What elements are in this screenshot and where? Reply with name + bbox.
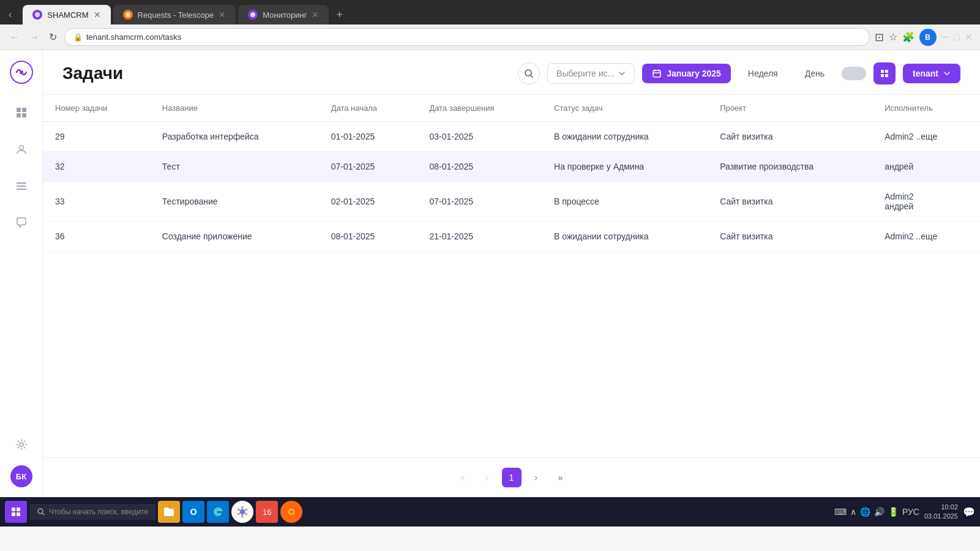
cell-assignee: Admin2андрей [872, 182, 980, 222]
taskbar-chevron-icon[interactable]: ∧ [850, 507, 856, 517]
taskbar-app-edge[interactable] [207, 501, 229, 523]
pagination-last[interactable]: » [551, 468, 570, 487]
tasks-table-container: Номер задачи Название Дата начала Дата з… [43, 95, 980, 457]
svg-rect-19 [885, 74, 888, 77]
cell-start: 07-01-2025 [319, 152, 417, 182]
tab-monitoring[interactable]: Мониторинг ✕ [238, 5, 329, 24]
shamcrm-tab-close[interactable]: ✕ [94, 10, 101, 20]
svg-point-13 [20, 443, 23, 446]
svg-point-29 [290, 510, 293, 514]
cell-num: 33 [43, 182, 150, 222]
taskbar-app-folder[interactable] [158, 501, 180, 523]
cell-name: Разработка интерфейса [150, 122, 319, 152]
taskbar-notification-icon[interactable]: 💬 [963, 506, 975, 518]
taskbar-app-outlook[interactable]: O [182, 501, 204, 523]
week-view-button[interactable]: Неделя [738, 64, 788, 83]
extensions-icon[interactable]: 🧩 [902, 31, 915, 43]
taskbar-volume-icon: 🔊 [874, 507, 885, 517]
date-button[interactable]: January 2025 [642, 64, 731, 83]
sidebar-item-menu[interactable] [10, 175, 32, 197]
filter-select[interactable]: Выберите ис... [547, 63, 635, 84]
tenant-label: tenant [913, 69, 938, 78]
toggle-switch[interactable] [842, 67, 866, 80]
table-row[interactable]: 29 Разработка интерфейса 01-01-2025 03-0… [43, 122, 980, 152]
tasks-table: Номер задачи Название Дата начала Дата з… [43, 95, 980, 252]
shamcrm-tab-icon [32, 10, 42, 20]
taskbar-date: 03.01.2025 [924, 512, 958, 521]
shamcrm-tab-label: SHAMCRM [47, 10, 88, 20]
sidebar-item-chat[interactable] [10, 212, 32, 234]
tenant-button[interactable]: tenant [903, 64, 960, 83]
svg-point-9 [19, 146, 23, 150]
telescope-tab-icon [123, 10, 133, 20]
taskbar-network-icon: 🌐 [860, 507, 870, 517]
svg-rect-22 [12, 512, 15, 516]
table-row[interactable]: 32 Тест 07-01-2025 08-01-2025 На проверк… [43, 152, 980, 182]
main-content: Задачи Выберите ис... [43, 50, 980, 497]
tab-nav-back[interactable]: ‹ [5, 7, 15, 23]
pagination-prev[interactable]: ‹ [477, 468, 497, 487]
profile-button[interactable]: B [919, 29, 937, 46]
svg-rect-23 [17, 512, 20, 516]
day-view-button[interactable]: День [795, 64, 834, 83]
cell-num: 32 [43, 152, 150, 182]
url-text: tenant.shamcrm.com/tasks [86, 32, 181, 42]
svg-rect-5 [17, 108, 21, 112]
cell-end: 21-01-2025 [417, 222, 542, 252]
sidebar-item-apps[interactable] [10, 102, 32, 124]
taskbar-clock: 10:02 03.01.2025 [924, 503, 958, 522]
svg-point-0 [35, 12, 40, 17]
table-row[interactable]: 36 Создание приложение 08-01-2025 21-01-… [43, 222, 980, 252]
cell-end: 08-01-2025 [417, 152, 542, 182]
monitoring-tab-close[interactable]: ✕ [312, 10, 319, 20]
maximize-icon[interactable]: □ [954, 32, 960, 43]
table-row[interactable]: 33 Тестирование 02-01-2025 07-01-2025 В … [43, 182, 980, 222]
cell-name: Создание приложение [150, 222, 319, 252]
translate-icon[interactable]: ⊡ [875, 31, 884, 44]
filter-label: Выберите ис... [556, 69, 615, 78]
grid-view-button[interactable] [873, 62, 896, 84]
cell-assignee: Admin2 ..еще [872, 122, 980, 152]
svg-point-1 [125, 12, 130, 17]
col-header-start: Дата начала [319, 95, 417, 122]
back-button[interactable]: ← [7, 29, 22, 45]
taskbar-right: ⌨ ∧ 🌐 🔊 🔋 РУС 10:02 03.01.2025 💬 [834, 503, 975, 522]
pagination-next[interactable]: › [526, 468, 546, 487]
taskbar: Чтобы начать поиск, введите O 16 ⌨ ∧ 🌐 🔊… [0, 497, 980, 527]
app-logo[interactable] [9, 60, 34, 87]
col-header-end: Дата завершения [417, 95, 542, 122]
taskbar-app-chrome[interactable] [231, 501, 253, 523]
forward-button[interactable]: → [27, 29, 42, 45]
new-tab-button[interactable]: + [331, 6, 348, 24]
refresh-button[interactable]: ↻ [47, 29, 59, 45]
pagination-current[interactable]: 1 [502, 468, 522, 487]
minimize-icon[interactable]: ─ [941, 31, 949, 43]
svg-rect-7 [17, 113, 21, 118]
url-bar[interactable]: 🔒 tenant.shamcrm.com/tasks [64, 28, 870, 46]
search-button[interactable] [518, 62, 540, 84]
pagination-first[interactable]: « [453, 468, 473, 487]
taskbar-app-firefox[interactable] [280, 501, 302, 523]
svg-rect-18 [881, 74, 884, 77]
sidebar-item-settings[interactable] [10, 433, 32, 455]
svg-rect-21 [17, 508, 20, 511]
close-icon[interactable]: ✕ [965, 31, 973, 43]
user-avatar[interactable]: БК [10, 465, 32, 487]
svg-point-26 [240, 509, 245, 514]
bookmark-icon[interactable]: ☆ [889, 31, 897, 43]
tab-telescope[interactable]: Requests - Telescope ✕ [113, 5, 236, 24]
cell-end: 03-01-2025 [417, 122, 542, 152]
svg-rect-12 [17, 189, 26, 190]
cell-assignee: Admin2 ..еще [872, 222, 980, 252]
taskbar-app-extra[interactable]: 16 [256, 501, 278, 523]
col-header-assignee: Исполнитель [872, 95, 980, 122]
start-button[interactable] [5, 501, 27, 523]
telescope-tab-close[interactable]: ✕ [219, 10, 226, 20]
cell-status: В процессе [542, 182, 708, 222]
page-header: Задачи Выберите ис... [43, 50, 980, 95]
monitoring-tab-label: Мониторинг [263, 10, 307, 20]
taskbar-battery-icon: 🔋 [888, 507, 899, 517]
tab-shamcrm[interactable]: SHAMCRM ✕ [23, 5, 110, 24]
taskbar-search[interactable]: Чтобы начать поиск, введите [29, 504, 155, 520]
sidebar-item-users[interactable] [10, 138, 32, 160]
